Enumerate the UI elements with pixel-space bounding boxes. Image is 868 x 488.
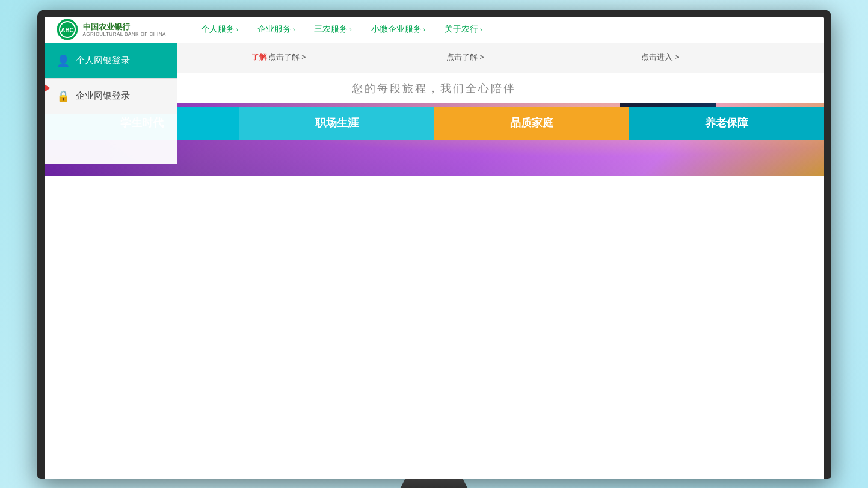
top-navigation: ABC 中国农业银行 AGRICULTURAL BANK OF CHINA 个人… [45, 17, 824, 43]
left-line [295, 88, 343, 88]
chevron-icon: › [423, 26, 425, 33]
chevron-icon: › [480, 26, 482, 33]
main-nav: 个人服务 › 企业服务 › 三农服务 › 小微企业服务 › 关于农行 › [201, 24, 482, 35]
tab-career-label: 职场生涯 [315, 116, 359, 130]
main-content: 👤 个人网银登录 🔒 企业网银登录 ABC 中国农业银行 [45, 43, 824, 176]
nav-sannong[interactable]: 三农服务 › [314, 24, 351, 35]
tab-family-label: 品质家庭 [510, 116, 553, 130]
logo-cn-text: 中国农业银行 [83, 22, 166, 32]
logo-area: ABC 中国农业银行 AGRICULTURAL BANK OF CHINA [57, 19, 189, 40]
chevron-icon: › [349, 26, 351, 33]
lock-icon: 🔒 [57, 90, 70, 103]
personal-login-label: 个人网银登录 [76, 55, 130, 66]
login-panel: 👤 个人网银登录 🔒 企业网银登录 [45, 43, 177, 164]
svg-text:ABC: ABC [61, 27, 74, 34]
chevron-icon: › [236, 26, 238, 33]
monitor-stand [398, 479, 470, 489]
nav-enterprise[interactable]: 企业服务 › [257, 24, 295, 35]
bottom-link-3[interactable]: 点击了解 > [434, 43, 629, 73]
bottom-link-4[interactable]: 点击进入 > [629, 43, 823, 73]
tab-career[interactable]: 职场生涯 [239, 107, 434, 140]
nav-microenterprise[interactable]: 小微企业服务 › [371, 24, 425, 35]
bottom-link-3-label: 点击了解 > [446, 52, 484, 63]
nav-about[interactable]: 关于农行 › [445, 24, 482, 35]
nav-personal[interactable]: 个人服务 › [201, 24, 238, 35]
personal-login-button[interactable]: 👤 个人网银登录 [45, 43, 177, 78]
bottom-link-4-label: 点击进入 > [641, 52, 679, 63]
logo-text: 中国农业银行 AGRICULTURAL BANK OF CHINA [83, 22, 166, 37]
logo-en-text: AGRICULTURAL BANK OF CHINA [83, 31, 166, 37]
abc-logo-icon: ABC [57, 19, 78, 40]
bottom-link-2[interactable]: 了解 点击了解 > [239, 43, 434, 73]
person-icon: 👤 [57, 54, 70, 67]
journey-text: 您的每段旅程，我们全心陪伴 [352, 81, 516, 96]
chevron-icon: › [293, 26, 295, 33]
enterprise-login-label: 企业网银登录 [76, 90, 130, 102]
tab-elderly-label: 养老保障 [705, 116, 748, 130]
monitor-screen: ABC 中国农业银行 AGRICULTURAL BANK OF CHINA 个人… [45, 17, 824, 479]
enterprise-login-button[interactable]: 🔒 企业网银登录 [45, 78, 177, 114]
monitor: ABC 中国农业银行 AGRICULTURAL BANK OF CHINA 个人… [37, 10, 831, 479]
highlight-text: 了解 [251, 52, 267, 63]
bottom-link-2-label: 点击了解 > [268, 52, 306, 63]
tab-family[interactable]: 品质家庭 [434, 107, 629, 140]
tab-elderly[interactable]: 养老保障 [629, 107, 824, 140]
right-line [525, 88, 573, 88]
